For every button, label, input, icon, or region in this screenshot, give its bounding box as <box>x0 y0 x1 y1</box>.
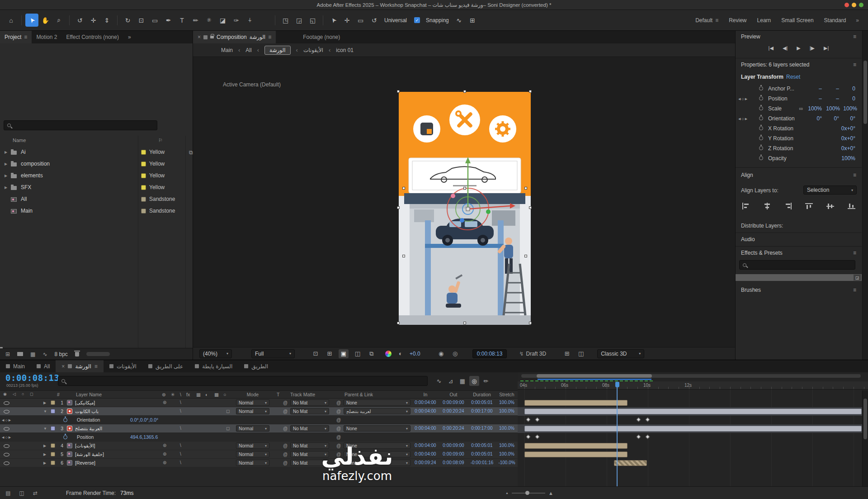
fast-previews-icon[interactable]: ◫ <box>576 349 586 358</box>
layer-row-3[interactable]: ▼ 3 العربية بتتصلح \ ◻ Normal▾ @ No Mat▾… <box>0 424 518 433</box>
expand-icon[interactable]: ▶ <box>43 461 46 465</box>
magnification-dropdown[interactable]: (40%)▾ <box>199 349 232 358</box>
rectangle-tool-button[interactable]: ▭ <box>148 14 161 27</box>
label-chip[interactable] <box>51 461 55 465</box>
expand-icon[interactable]: ▶ <box>43 401 46 405</box>
composition-mini-flowchart-icon[interactable]: ∿ <box>434 376 444 386</box>
minimize-window-button[interactable] <box>852 3 856 7</box>
eye-icon[interactable] <box>4 410 9 413</box>
grid-guides-icon[interactable]: ⊞ <box>325 349 335 358</box>
keyframe-navigator[interactable]: ◀◇▶ <box>2 436 11 439</box>
disclosure-icon[interactable]: ▶ <box>5 150 7 154</box>
label-chip[interactable] <box>141 185 146 190</box>
timeline-zoom-control[interactable]: ▲ ▲ <box>505 490 553 496</box>
pen-tool-button[interactable]: ✒ <box>162 14 175 27</box>
layer-row-2[interactable]: ▼ 2 باب الكابوت \ ◻ Normal▾ @ No Mat▾ @ … <box>0 407 518 416</box>
motion-blur-icon[interactable]: ◎ <box>469 376 479 386</box>
track-matte-dropdown[interactable]: No Mat▾ <box>290 425 329 432</box>
audio-column-icon[interactable]: ◁ <box>13 392 16 396</box>
quality-switch[interactable]: \ <box>180 443 181 448</box>
audio-panel-header[interactable]: Audio <box>736 234 862 244</box>
duration-value[interactable]: -0:00:01:16 <box>467 460 496 465</box>
keyframe-navigator[interactable]: ◀◇▶ <box>2 418 11 422</box>
position-value[interactable]: 494.6,1365.6 <box>130 434 158 440</box>
tab-effect-controls[interactable]: Effect Controls (none) <box>61 31 123 43</box>
eraser-tool-button[interactable]: ◪ <box>216 14 229 27</box>
anchor-x-value[interactable]: – <box>802 86 822 92</box>
frame-blend-switch-icon[interactable]: ▦ <box>196 392 201 397</box>
workspace-menu-icon[interactable]: ≡ <box>715 17 718 24</box>
flowchart-icon[interactable]: ⧉ <box>189 149 193 156</box>
gizmo-position-button[interactable]: ✛ <box>340 14 354 27</box>
position-z-value[interactable]: 0 <box>841 95 855 102</box>
link-dimensions-icon[interactable]: ∞ <box>799 105 803 112</box>
renderer-button[interactable]: ↯ Draft 3D <box>519 351 546 357</box>
graph-editor-icon[interactable]: ✏ <box>481 376 491 386</box>
stopwatch-icon[interactable] <box>759 96 763 100</box>
quality-switch-icon[interactable]: \ <box>180 392 181 397</box>
breadcrumb-current[interactable]: الورشة <box>264 46 290 55</box>
z-rotation-value[interactable]: 0x+0° <box>826 145 855 152</box>
label-chip[interactable] <box>141 162 146 166</box>
parent-pickwhip-icon[interactable]: @ <box>336 461 341 466</box>
zoom-out-mountain-icon[interactable]: ▲ <box>505 491 509 494</box>
project-settings-icon[interactable]: ∿ <box>42 351 47 357</box>
timeline-tab-workshop[interactable]: × الورشة ≡ <box>56 360 104 372</box>
expand-icon[interactable]: ▶ <box>43 452 46 456</box>
track-matte-dropdown[interactable]: No Mat▾ <box>290 408 329 414</box>
timeline-graph[interactable]: 04s 06s 08s 10s 12s <box>518 372 868 486</box>
maximize-window-button[interactable] <box>859 3 863 7</box>
expand-switches-icon[interactable]: ▤ <box>4 490 13 496</box>
composition-canvas[interactable] <box>399 92 531 325</box>
label-chip[interactable] <box>141 197 146 202</box>
label-chip[interactable] <box>141 150 146 155</box>
position-y-value[interactable]: – <box>823 95 839 102</box>
reset-link[interactable]: Reset <box>786 74 800 80</box>
breadcrumb-main[interactable]: Main <box>221 47 233 53</box>
stopwatch-icon[interactable] <box>759 126 763 130</box>
rasterize-switch-icon[interactable]: ✳ <box>171 392 175 397</box>
rotate-tool-button[interactable]: ↻ <box>121 14 134 27</box>
new-folder-icon[interactable] <box>17 352 23 356</box>
show-snapshot-icon[interactable]: ◎ <box>450 349 460 358</box>
puppet-pin-tool-button[interactable]: ⍭ <box>243 14 256 27</box>
parent-pickwhip-icon[interactable]: @ <box>336 452 341 457</box>
frame-blending-icon[interactable]: ▦ <box>458 376 467 386</box>
collapse-switch-icon[interactable]: ⊛ <box>162 392 166 397</box>
adjustment-switch-icon[interactable]: ▩ <box>214 392 219 397</box>
in-column-header[interactable]: In <box>411 392 439 397</box>
selection-handle[interactable] <box>402 187 405 190</box>
track-matte-dropdown[interactable]: No Mat▾ <box>290 399 329 406</box>
label-chip[interactable] <box>51 400 55 405</box>
scale-x-value[interactable]: 100% <box>804 105 822 112</box>
active-camera-label[interactable]: Active Camera (Default) <box>223 81 281 88</box>
threed-switch-icon[interactable]: ○ <box>223 392 226 397</box>
pan-camera-tool-button[interactable]: ✛ <box>87 14 100 27</box>
view-layout-icon[interactable]: ⧉ <box>367 349 377 358</box>
blend-mode-dropdown[interactable]: Normal▾ <box>236 451 269 457</box>
selection-handle[interactable] <box>524 187 527 190</box>
expand-transfer-icon[interactable]: ◫ <box>17 490 26 496</box>
panel-menu-icon[interactable]: ≡ <box>268 34 271 40</box>
dolly-camera-tool-button[interactable]: ⇕ <box>100 14 113 27</box>
transparency-grid-icon[interactable]: ▣ <box>339 349 349 358</box>
parent-link-column-header[interactable]: Parent & Link <box>344 392 373 397</box>
last-frame-button[interactable]: ▶| <box>823 44 830 52</box>
orientation-property-row[interactable]: ◀◇▶ Orientation 0.0°,0.0°,0.0° @ <box>0 416 518 424</box>
workspace-small-screen[interactable]: Small Screen <box>776 17 818 24</box>
zoom-in-mountain-icon[interactable]: ▲ <box>548 490 553 496</box>
layer-row-1[interactable]: ▶ 1 [ميكانيكي] ⊛ \ Normal▾ @ No Mat▾ @ N… <box>0 399 518 407</box>
exposure-value[interactable]: +0.0 <box>410 351 420 357</box>
panel-menu-icon[interactable]: ≡ <box>853 250 856 256</box>
selection-handle[interactable] <box>524 255 527 257</box>
out-value[interactable]: 0:00:09:00 <box>439 400 467 405</box>
timeline-tab-all[interactable]: All <box>31 360 56 372</box>
hand-tool-button[interactable]: ✋ <box>39 14 52 27</box>
selection-handle[interactable] <box>529 90 532 93</box>
stretch-value[interactable]: -100.0% <box>496 460 517 465</box>
orientation-x-value[interactable]: 0° <box>806 115 822 122</box>
stopwatch-icon[interactable] <box>759 146 763 150</box>
selection-handle[interactable] <box>397 90 400 93</box>
stretch-column-header[interactable]: Stretch <box>496 392 517 397</box>
panel-menu-icon[interactable]: ≡ <box>853 62 856 68</box>
